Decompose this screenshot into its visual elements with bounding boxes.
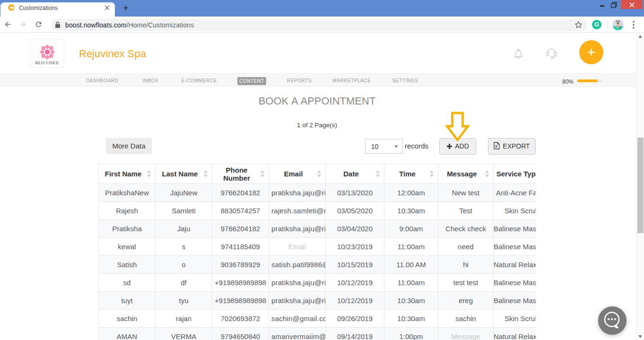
svg-text:x: x: [495, 144, 497, 148]
